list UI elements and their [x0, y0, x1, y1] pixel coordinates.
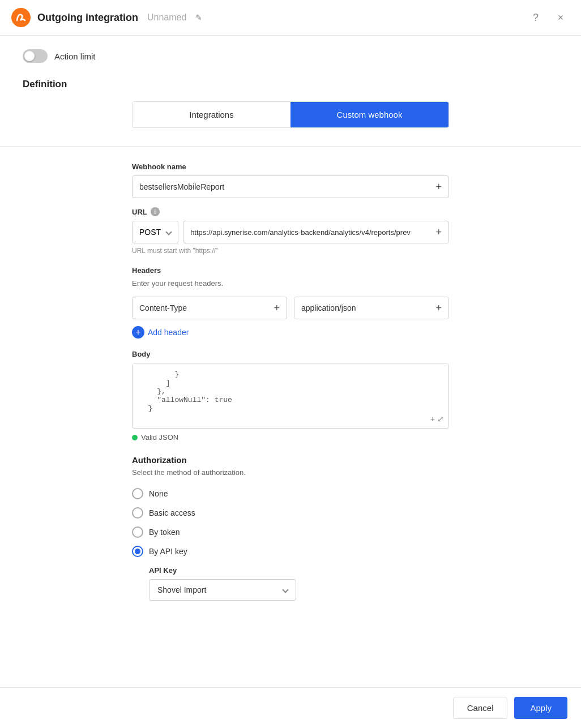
modal-header: Outgoing integration Unnamed ✎ ? × — [0, 0, 581, 36]
url-hint: URL must start with "https://" — [132, 247, 449, 255]
radio-basic-label: Basic access — [149, 508, 195, 517]
header-key-plus[interactable]: + — [267, 297, 287, 319]
url-input[interactable] — [183, 222, 429, 242]
radio-token-label: By token — [149, 528, 180, 537]
radio-none[interactable]: None — [132, 488, 449, 499]
webhook-name-plus-button[interactable]: + — [429, 176, 448, 198]
modal-footer: Cancel Apply — [0, 687, 581, 728]
header-value-wrap: + — [294, 297, 449, 319]
api-key-value: Shovel Import — [157, 585, 206, 594]
header-value-input[interactable] — [294, 298, 429, 318]
body-label: Body — [132, 350, 449, 358]
radio-none-label: None — [149, 489, 168, 498]
method-chevron — [165, 229, 172, 235]
url-row: POST + — [132, 221, 449, 243]
definition-tabs: Integrations Custom webhook — [132, 101, 449, 128]
auth-title: Authorization — [132, 455, 449, 465]
close-button[interactable]: × — [552, 8, 570, 27]
help-button[interactable]: ? — [527, 8, 545, 27]
method-select[interactable]: POST — [132, 221, 178, 243]
action-limit-toggle[interactable] — [23, 49, 48, 63]
radio-api-key-inner — [135, 549, 140, 554]
url-plus-button[interactable]: + — [429, 221, 448, 243]
api-key-select[interactable]: Shovel Import — [149, 579, 296, 601]
url-info-icon: i — [151, 207, 160, 216]
action-limit-row: Action limit — [23, 49, 558, 63]
header-row: + + — [132, 297, 449, 319]
body-actions: + ⤢ — [430, 414, 444, 423]
radio-api-key-label: By API key — [149, 547, 187, 556]
add-header-circle-icon: + — [132, 326, 144, 339]
url-input-wrap: + — [183, 221, 449, 243]
header-value-plus[interactable]: + — [429, 297, 448, 319]
auth-radio-group: None Basic access By token By A — [132, 488, 449, 557]
add-header-button[interactable]: + Add header — [132, 326, 189, 339]
radio-none-outer — [132, 488, 143, 499]
action-limit-label: Action limit — [54, 52, 96, 61]
definition-section: Definition Integrations Custom webhook — [23, 79, 558, 128]
radio-token-outer — [132, 526, 143, 538]
headers-section: Headers Enter your request headers. + + … — [132, 266, 449, 339]
webhook-name-label: Webhook name — [132, 162, 449, 171]
apply-button[interactable]: Apply — [514, 697, 567, 719]
body-textarea[interactable]: } ] }, "allowNull": true } — [133, 363, 448, 426]
headers-label: Headers — [132, 266, 449, 275]
section-divider — [0, 146, 581, 147]
auth-section: Authorization Select the method of autho… — [132, 455, 449, 601]
radio-api-key-outer — [132, 546, 143, 557]
body-expand-button[interactable]: + — [430, 414, 435, 423]
api-key-label: API Key — [149, 566, 449, 575]
tab-integrations[interactable]: Integrations — [133, 102, 290, 127]
header-key-input[interactable] — [133, 298, 267, 318]
valid-json-row: Valid JSON — [132, 433, 449, 442]
radio-token[interactable]: By token — [132, 526, 449, 538]
edit-name-button[interactable]: ✎ — [193, 12, 204, 23]
webhook-name-field: + — [132, 175, 449, 198]
cancel-button[interactable]: Cancel — [453, 697, 508, 719]
add-header-label: Add header — [148, 328, 189, 337]
app-logo — [11, 8, 31, 27]
header-key-wrap: + — [132, 297, 287, 319]
modal-body: Action limit Definition Integrations Cus… — [0, 36, 581, 687]
url-label: URL i — [132, 207, 449, 216]
tab-custom-webhook[interactable]: Custom webhook — [290, 102, 448, 127]
api-key-section: API Key Shovel Import — [149, 566, 449, 601]
form-section: Webhook name + URL i POST + URL m — [132, 162, 449, 601]
radio-basic-outer — [132, 507, 143, 519]
svg-point-0 — [11, 8, 31, 27]
auth-subtitle: Select the method of authorization. — [132, 468, 449, 477]
radio-basic[interactable]: Basic access — [132, 507, 449, 519]
webhook-name-input[interactable] — [133, 177, 429, 197]
valid-json-dot — [132, 435, 138, 440]
body-resize-button[interactable]: ⤢ — [437, 414, 444, 423]
modal-title: Outgoing integration — [37, 12, 138, 24]
api-key-chevron — [282, 586, 288, 593]
valid-json-text: Valid JSON — [141, 433, 178, 442]
integration-name: Unnamed — [147, 12, 186, 23]
body-textarea-wrap: } ] }, "allowNull": true } + ⤢ — [132, 363, 449, 429]
headers-subtitle: Enter your request headers. — [132, 279, 449, 288]
radio-api-key[interactable]: By API key — [132, 546, 449, 557]
definition-title: Definition — [23, 79, 558, 90]
outgoing-integration-modal: Outgoing integration Unnamed ✎ ? × Actio… — [0, 0, 581, 728]
